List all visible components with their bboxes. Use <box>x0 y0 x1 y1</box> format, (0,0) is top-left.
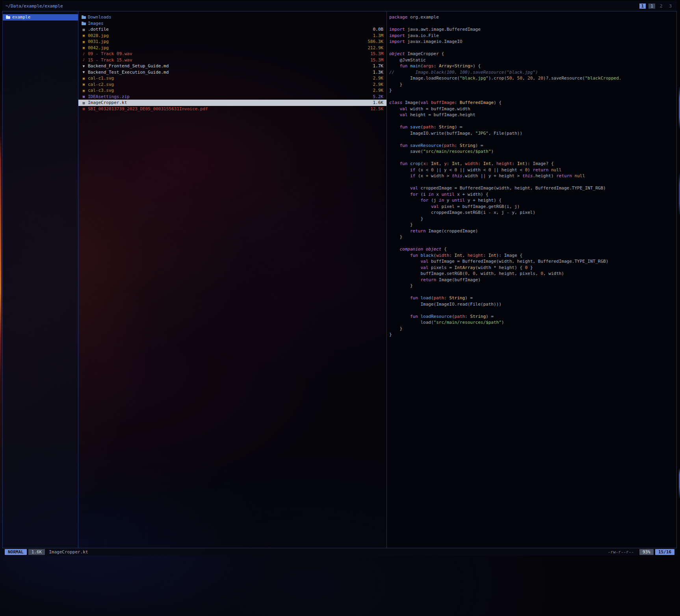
code-line: fun load(path: String) = <box>389 295 674 301</box>
code-line: Image.loadResource("black.jpg").crop(50,… <box>389 75 674 82</box>
code-line: } <box>389 87 674 94</box>
image-icon: ▣ <box>82 82 86 86</box>
folder-icon <box>82 22 86 25</box>
file-row[interactable]: ▦IDEAsettings.zip5.2K <box>78 94 386 100</box>
code-line: @JvmStatic <box>389 57 674 63</box>
code-line: class Image(val buffImage: BufferedImage… <box>389 100 674 106</box>
file-row[interactable]: ▣0042.jpg212.9K <box>78 45 386 51</box>
code-line: } <box>389 82 674 88</box>
markdown-icon: ▼ <box>82 70 86 74</box>
code-line: croppedImage.setRGB(i - x, j - y, pixel) <box>389 210 674 216</box>
file-row[interactable]: ▣cal-c1.svg2.9K <box>78 75 386 82</box>
file-name: cal-c1.svg <box>88 76 114 81</box>
tab-bar: 1123 <box>637 4 674 9</box>
file-name: 0031.jpg <box>88 39 109 44</box>
parent-dir-item[interactable]: example <box>3 14 78 20</box>
file-name: .dotfile <box>88 27 109 32</box>
header-bar: ~/Data/example/example 1123 <box>2 1 677 11</box>
code-line: buffImage.setRGB(0, 0, width, height, pi… <box>389 271 674 277</box>
image-icon: ▣ <box>82 46 86 50</box>
code-line <box>389 118 674 124</box>
file-size: 5.2K <box>369 94 384 99</box>
code-line: } <box>389 222 674 228</box>
file-row[interactable]: ▤ImageCropper.kt1.6K <box>78 100 386 106</box>
file-name: ImageCropper.kt <box>88 100 127 105</box>
file-row[interactable]: Images <box>78 20 386 27</box>
file-name: 09 - Track 09.wav <box>88 51 132 56</box>
code-line: } <box>389 326 674 332</box>
file-row[interactable]: ▤.dotfile0.0B <box>78 26 386 33</box>
file-name: 0042.jpg <box>88 45 109 50</box>
code-line: import java.io.File <box>389 33 674 39</box>
yazi-window: ~/Data/example/example 1123 example Down… <box>2 1 677 555</box>
status-bar: NORMAL 1.6K ImageCropper.kt -rw-r--r-- 9… <box>2 548 677 555</box>
tab-4[interactable]: 3 <box>667 4 674 9</box>
file-size: 1.3K <box>369 70 384 75</box>
file-size: 2.9K <box>369 76 384 81</box>
code-line: } <box>389 332 674 338</box>
code-line: val buffImage = BufferedImage(width, hei… <box>389 258 674 265</box>
code-line: object ImageCropper { <box>389 51 674 57</box>
code-line: fun saveResource(path: String) = <box>389 143 674 149</box>
code-line <box>389 289 674 295</box>
file-name: Backend_Frontend_Setup_Guide.md <box>88 63 169 69</box>
code-line: fun main(args: Array<String>) { <box>389 63 674 69</box>
code-line: val pixel = buffImage.getRGB(i, j) <box>389 204 674 210</box>
folder-icon <box>6 16 10 19</box>
file-size: 586.3K <box>364 39 383 44</box>
file-row[interactable]: ▣0028.jpg1.3M <box>78 33 386 39</box>
code-line: fun loadResource(path: String) = <box>389 314 674 320</box>
downloads-folder-icon <box>82 16 86 19</box>
file-row[interactable]: ▥SBI_0032013739_2023_DE05_0003155631Invo… <box>78 106 386 112</box>
file-permissions: -rw-r--r-- <box>608 549 634 555</box>
file-name: IDEAsettings.zip <box>88 94 130 99</box>
code-line <box>389 20 674 27</box>
code-line: val width = buffImage.width <box>389 106 674 112</box>
code-line: for (j in y until y + height) { <box>389 197 674 204</box>
code-line: Image(ImageIO.read(File(path))) <box>389 301 674 308</box>
file-row[interactable]: ▣cal-c2.svg2.9K <box>78 82 386 88</box>
code-line: for (i in x until x + width) { <box>389 191 674 198</box>
code-line: fun black(width: Int, height: Int): Imag… <box>389 252 674 259</box>
file-row[interactable]: ▼Backend_Frontend_Setup_Guide.md1.7K <box>78 63 386 69</box>
file-row[interactable]: ♪15 - Track 15.wav15.3M <box>78 57 386 63</box>
code-line <box>389 307 674 314</box>
file-size: 2.9K <box>369 82 384 87</box>
archive-icon: ▦ <box>82 95 86 98</box>
file-size: 212.9K <box>364 45 383 50</box>
status-left: NORMAL 1.6K ImageCropper.kt <box>5 549 88 555</box>
tab-3[interactable]: 2 <box>658 4 665 9</box>
file-name: Images <box>88 21 104 26</box>
tab-1[interactable]: 1 <box>639 4 646 9</box>
code-line: val pixels = IntArray(width * height) { … <box>389 265 674 271</box>
preview-pane: package org.example import java.awt.imag… <box>387 11 676 548</box>
breadcrumb-path: ~/Data/example/example <box>6 4 63 9</box>
file-name: example <box>12 15 30 20</box>
code-line: load("src/main/resources/$path") <box>389 319 674 326</box>
code-line <box>389 240 674 247</box>
file-size: 1.3M <box>369 33 384 38</box>
file-row[interactable]: ▼Backend_Test_Execution_Guide.md1.3K <box>78 69 386 76</box>
file-row[interactable]: ▣0031.jpg586.3K <box>78 39 386 45</box>
tab-2[interactable]: 1 <box>648 4 655 9</box>
code-line: import java.awt.image.BufferedImage <box>389 26 674 33</box>
code-line: fun save(path: String) = <box>389 124 674 130</box>
file-icon: ▤ <box>82 28 86 32</box>
file-size: 15.3M <box>366 58 383 63</box>
file-size: 12.5K <box>366 106 383 111</box>
cursor-position-badge: 15/16 <box>655 549 674 555</box>
panes: example DownloadsImages▤.dotfile0.0B▣002… <box>2 11 677 548</box>
file-row[interactable]: ▣cal-c3.svg2.9K <box>78 87 386 94</box>
parent-pane: example <box>3 11 78 548</box>
file-list: DownloadsImages▤.dotfile0.0B▣0028.jpg1.3… <box>78 14 386 112</box>
file-name: 15 - Track 15.wav <box>88 58 132 63</box>
file-row[interactable]: Downloads <box>78 14 386 20</box>
file-size: 2.9K <box>369 88 384 93</box>
file-row[interactable]: ♪09 - Track 09.wav15.3M <box>78 51 386 57</box>
markdown-icon: ▼ <box>82 64 86 68</box>
file-size: 15.3M <box>366 51 383 56</box>
file-size: 1.6K <box>369 100 384 105</box>
status-right: -rw-r--r-- 93% 15/16 <box>608 549 674 555</box>
file-size: 1.7K <box>369 63 384 69</box>
code-file-icon: ▤ <box>82 101 86 105</box>
